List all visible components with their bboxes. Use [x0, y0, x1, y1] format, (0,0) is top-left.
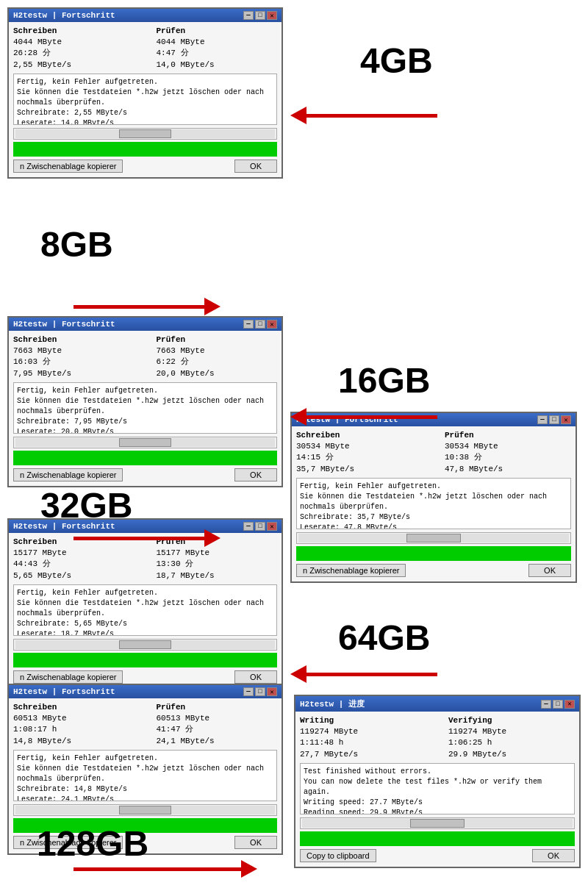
scrollbar-win32gb[interactable] — [296, 532, 571, 544]
footer-win4gb: n Zwischenablage kopiererOK — [13, 160, 277, 173]
titlebar-win64gb: H2testw | Fortschritt—□✕ — [9, 685, 282, 698]
result-textbox-win16gb: Fertig, kein Fehler aufgetreten. Sie kön… — [13, 584, 277, 636]
write-header-win64gb: Schreiben — [13, 703, 135, 712]
size-label-label-8gb: 8GB — [40, 224, 113, 265]
verify-values-win16gb: 15177 MByte13:30 分18,7 MByte/s — [157, 548, 278, 581]
write-values-win128gb: 119274 MByte1:11:48 h27,7 MByte/s — [300, 726, 426, 760]
h2testw-window-win4gb: H2testw | Fortschritt—□✕Schreiben4044 MB… — [7, 7, 283, 179]
maximize-button[interactable]: □ — [255, 687, 265, 696]
window-title-win128gb: H2testw | 进度 — [300, 698, 365, 709]
write-header-win8gb: Schreiben — [13, 335, 135, 344]
ok-button-win16gb[interactable]: OK — [234, 670, 277, 684]
size-label-label-32gb: 32GB — [40, 485, 132, 526]
page-container: H2testw | Fortschritt—□✕Schreiben4044 MB… — [0, 0, 588, 888]
result-textbox-win128gb: Test finished without errors. You can no… — [300, 763, 575, 814]
verify-header-win8gb: Prüfen — [157, 335, 278, 344]
h2testw-window-win32gb: H2testw | Fortschritt—□✕Schreiben30534 M… — [290, 412, 577, 583]
ok-button-win64gb[interactable]: OK — [234, 836, 277, 849]
result-textbox-win8gb: Fertig, kein Fehler aufgetreten. Sie kön… — [13, 382, 277, 434]
size-label-label-128gb: 128GB — [37, 823, 148, 864]
red-arrow-arrow-128gb — [74, 860, 257, 878]
progress-bar-win16gb — [13, 653, 277, 667]
verify-header-win64gb: Prüfen — [157, 703, 278, 712]
maximize-button[interactable]: □ — [255, 522, 265, 531]
verify-values-win8gb: 7663 MByte6:22 分20,0 MByte/s — [157, 345, 278, 379]
write-header-win32gb: Schreiben — [296, 431, 423, 440]
window-content-win16gb: Schreiben15177 MByte44:43 分5,65 MByte/sP… — [9, 533, 282, 688]
red-arrow-arrow-16gb — [290, 408, 437, 426]
scrollbar-win16gb[interactable] — [13, 639, 277, 651]
write-values-win4gb: 4044 MByte26:28 分2,55 MByte/s — [13, 37, 135, 71]
close-button[interactable]: ✕ — [561, 415, 571, 424]
minimize-button[interactable]: — — [541, 700, 551, 709]
copy-clipboard-button-win128gb[interactable]: Copy to clipboard — [300, 849, 376, 862]
ok-button-win8gb[interactable]: OK — [234, 468, 277, 481]
ok-button-win4gb[interactable]: OK — [234, 160, 277, 173]
progress-bar-win128gb — [300, 831, 575, 846]
verify-values-win32gb: 30534 MByte10:38 分47,8 MByte/s — [445, 441, 571, 475]
maximize-button[interactable]: □ — [255, 11, 265, 20]
ok-button-win128gb[interactable]: OK — [532, 849, 575, 862]
verify-header-win128gb: Verifying — [448, 716, 575, 725]
scrollbar-win128gb[interactable] — [300, 817, 575, 829]
result-textbox-win32gb: Fertig, kein Fehler aufgetreten. Sie kön… — [296, 478, 571, 529]
verify-values-win64gb: 60513 MByte41:47 分24,1 MByte/s — [157, 713, 278, 747]
progress-bar-win4gb — [13, 142, 277, 157]
minimize-button[interactable]: — — [537, 415, 548, 424]
window-content-win32gb: Schreiben30534 MByte14:15 分35,7 MByte/sP… — [292, 426, 576, 581]
copy-clipboard-button-win8gb[interactable]: n Zwischenablage kopierer — [13, 468, 123, 481]
maximize-button[interactable]: □ — [255, 320, 265, 329]
minimize-button[interactable]: — — [243, 522, 254, 531]
minimize-button[interactable]: — — [243, 11, 254, 20]
window-content-win4gb: Schreiben4044 MByte26:28 分2,55 MByte/sPr… — [9, 22, 282, 177]
close-button[interactable]: ✕ — [267, 320, 277, 329]
h2testw-window-win128gb: H2testw | 进度—□✕Writing119274 MByte1:11:4… — [294, 695, 581, 868]
red-arrow-arrow-8gb — [74, 298, 220, 315]
close-button[interactable]: ✕ — [267, 522, 277, 531]
verify-header-win4gb: Prüfen — [157, 26, 278, 35]
footer-win32gb: n Zwischenablage kopiererOK — [296, 564, 571, 577]
close-button[interactable]: ✕ — [267, 11, 277, 20]
window-title-win4gb: H2testw | Fortschritt — [13, 11, 115, 20]
ok-button-win32gb[interactable]: OK — [528, 564, 571, 577]
titlebar-win4gb: H2testw | Fortschritt—□✕ — [9, 9, 282, 22]
write-values-win64gb: 60513 MByte1:08:17 h14,8 MByte/s — [13, 713, 135, 747]
write-header-win4gb: Schreiben — [13, 26, 135, 35]
write-header-win128gb: Writing — [300, 716, 426, 725]
write-values-win16gb: 15177 MByte44:43 分5,65 MByte/s — [13, 548, 135, 581]
red-arrow-arrow-4gb — [290, 107, 437, 124]
scrollbar-win4gb[interactable] — [13, 128, 277, 140]
red-arrow-arrow-32gb — [74, 529, 220, 547]
copy-clipboard-button-win32gb[interactable]: n Zwischenablage kopierer — [296, 564, 406, 577]
footer-win128gb: Copy to clipboardOK — [300, 849, 575, 862]
write-values-win32gb: 30534 MByte14:15 分35,7 MByte/s — [296, 441, 423, 475]
copy-clipboard-button-win4gb[interactable]: n Zwischenablage kopierer — [13, 160, 123, 173]
verify-header-win32gb: Prüfen — [445, 431, 571, 440]
progress-bar-win32gb — [296, 546, 571, 561]
size-label-label-4gb: 4GB — [360, 40, 433, 81]
h2testw-window-win8gb: H2testw | Fortschritt—□✕Schreiben7663 MB… — [7, 316, 283, 487]
minimize-button[interactable]: — — [243, 687, 254, 696]
size-label-label-64gb: 64GB — [338, 617, 430, 658]
write-values-win8gb: 7663 MByte16:03 分7,95 MByte/s — [13, 345, 135, 379]
verify-values-win4gb: 4044 MByte4:47 分14,0 MByte/s — [157, 37, 278, 71]
verify-values-win128gb: 119274 MByte1:06:25 h29.9 MByte/s — [448, 726, 575, 760]
footer-win16gb: n Zwischenablage kopiererOK — [13, 670, 277, 684]
close-button[interactable]: ✕ — [564, 700, 575, 709]
scrollbar-win64gb[interactable] — [13, 804, 277, 816]
titlebar-win8gb: H2testw | Fortschritt—□✕ — [9, 318, 282, 331]
titlebar-win128gb: H2testw | 进度—□✕ — [295, 696, 579, 712]
minimize-button[interactable]: — — [243, 320, 254, 329]
window-title-win64gb: H2testw | Fortschritt — [13, 687, 115, 696]
window-content-win128gb: Writing119274 MByte1:11:48 h27,7 MByte/s… — [295, 712, 579, 867]
footer-win8gb: n Zwischenablage kopiererOK — [13, 468, 277, 481]
maximize-button[interactable]: □ — [553, 700, 563, 709]
copy-clipboard-button-win16gb[interactable]: n Zwischenablage kopierer — [13, 670, 123, 684]
size-label-label-16gb: 16GB — [338, 360, 430, 401]
result-textbox-win64gb: Fertig, kein Fehler aufgetreten. Sie kön… — [13, 750, 277, 801]
scrollbar-win8gb[interactable] — [13, 437, 277, 448]
result-textbox-win4gb: Fertig, kein Fehler aufgetreten. Sie kön… — [13, 74, 277, 125]
window-content-win8gb: Schreiben7663 MByte16:03 分7,95 MByte/sPr… — [9, 331, 282, 486]
maximize-button[interactable]: □ — [549, 415, 559, 424]
close-button[interactable]: ✕ — [267, 687, 277, 696]
